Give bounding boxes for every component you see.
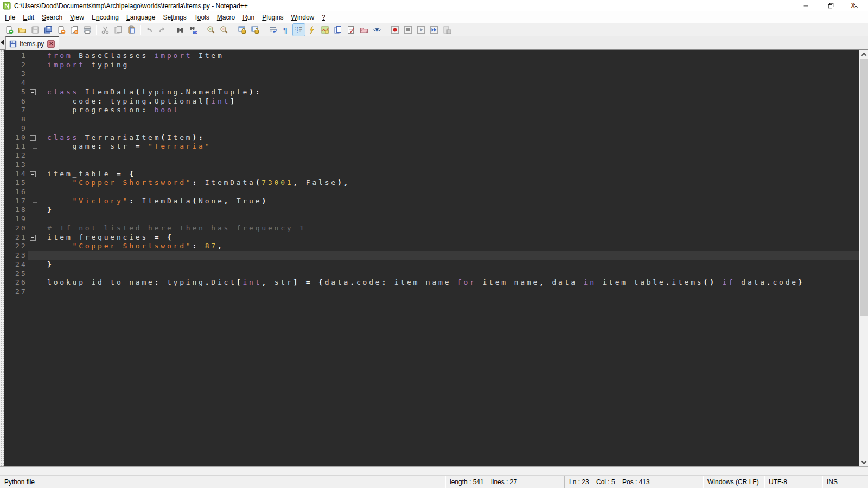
code-line[interactable]: 15 "Copper Shortsword": ItemData(73001, … (4, 178, 859, 188)
find-button[interactable] (174, 24, 186, 36)
line-number[interactable]: 5 (4, 88, 28, 97)
close-file-button[interactable] (55, 24, 67, 36)
line-number[interactable]: 2 (4, 61, 28, 70)
word-wrap-button[interactable] (267, 24, 279, 36)
dock-splitter[interactable] (0, 50, 4, 466)
sync-horizontal-scroll-button[interactable] (249, 24, 261, 36)
menu-item-[interactable]: ? (318, 12, 329, 22)
replace-button[interactable]: ab (187, 24, 199, 36)
function-list-button[interactable] (345, 24, 357, 36)
code-line[interactable]: 23 (4, 251, 859, 260)
print-button[interactable] (81, 24, 93, 36)
restore-button[interactable] (818, 0, 843, 11)
menu-item-settings[interactable]: Settings (159, 12, 190, 22)
line-number[interactable]: 22 (4, 242, 28, 251)
status-cursor-position[interactable]: Ln : 23 Col : 5 Pos : 413 (564, 476, 703, 488)
scroll-up-icon[interactable] (859, 50, 868, 59)
vertical-scrollbar-thumb[interactable] (860, 59, 868, 316)
macro-stop-button[interactable] (402, 24, 414, 36)
close-button[interactable] (843, 0, 868, 11)
code-line[interactable]: 14item_table = { (4, 170, 859, 179)
save-all-button[interactable] (42, 24, 54, 36)
status-doc-type[interactable]: Python file (0, 476, 445, 488)
define-language-button[interactable] (306, 24, 318, 36)
menu-item-edit[interactable]: Edit (19, 12, 38, 22)
close-all-button[interactable] (68, 24, 80, 36)
code-line[interactable]: 7 progression: bool (4, 106, 859, 115)
open-folder-button[interactable] (16, 24, 28, 36)
macro-record-button[interactable] (389, 24, 401, 36)
sync-vertical-scroll-button[interactable] (236, 24, 248, 36)
code-line[interactable]: 8 (4, 115, 859, 124)
line-number[interactable]: 16 (4, 188, 28, 197)
line-number[interactable]: 17 (4, 197, 28, 206)
macro-run-multiple-button[interactable] (428, 24, 440, 36)
line-number[interactable]: 4 (4, 79, 28, 88)
line-number[interactable]: 14 (4, 170, 28, 179)
macro-save-button[interactable] (441, 24, 453, 36)
line-number[interactable]: 8 (4, 115, 28, 124)
paste-button[interactable] (125, 24, 137, 36)
line-number[interactable]: 9 (4, 124, 28, 133)
line-number[interactable]: 15 (4, 178, 28, 188)
macro-play-button[interactable] (415, 24, 427, 36)
code-line[interactable]: 22 "Copper Shortsword": 87, (4, 242, 859, 251)
code-line[interactable]: 6 code: typing.Optional[int] (4, 97, 859, 106)
line-number[interactable]: 6 (4, 97, 28, 106)
code-line[interactable]: 16 (4, 188, 859, 197)
menu-item-encoding[interactable]: Encoding (88, 12, 123, 22)
code-line[interactable]: 10class TerrariaItem(Item): (4, 133, 859, 143)
line-number[interactable]: 12 (4, 151, 28, 160)
document-map-button[interactable] (319, 24, 331, 36)
code-line[interactable]: 2import typing (4, 61, 859, 70)
code-line[interactable]: 20# If not listed here then has frequenc… (4, 224, 859, 233)
code-line[interactable]: 19 (4, 215, 859, 224)
zoom-in-button[interactable] (205, 24, 217, 36)
code-editor[interactable]: 1from BaseClasses import Item2import typ… (4, 50, 859, 466)
scroll-down-icon[interactable] (859, 458, 868, 466)
line-number[interactable]: 7 (4, 106, 28, 115)
code-line[interactable]: 1from BaseClasses import Item (4, 52, 859, 61)
line-number[interactable]: 18 (4, 206, 28, 215)
line-number[interactable]: 23 (4, 251, 28, 260)
code-line[interactable]: 26lookup_id_to_name: typing.Dict[int, st… (4, 278, 859, 287)
code-line[interactable]: 17 "Victory": ItemData(None, True) (4, 197, 859, 206)
line-number[interactable]: 11 (4, 142, 28, 151)
menu-item-search[interactable]: Search (38, 12, 66, 22)
status-eol-format[interactable]: Windows (CR LF) (703, 476, 764, 488)
line-number[interactable]: 19 (4, 215, 28, 224)
document-switcher-button[interactable] (332, 24, 344, 36)
menu-item-view[interactable]: View (66, 12, 88, 22)
line-number[interactable]: 24 (4, 260, 28, 269)
new-file-button[interactable] (3, 24, 15, 36)
code-line[interactable]: 13 (4, 160, 859, 170)
code-line[interactable]: 12 (4, 151, 859, 160)
redo-button[interactable] (156, 24, 168, 36)
show-indent-guide-button[interactable] (293, 24, 305, 36)
horizontal-scrollbar[interactable] (0, 466, 868, 475)
zoom-out-button[interactable] (218, 24, 230, 36)
monitoring-button[interactable] (371, 24, 383, 36)
tab-items-py[interactable]: Items.py✕ (5, 36, 59, 50)
code-line[interactable]: 18} (4, 206, 859, 215)
undo-button[interactable] (143, 24, 155, 36)
line-number[interactable]: 13 (4, 160, 28, 170)
line-number[interactable]: 25 (4, 269, 28, 279)
code-line[interactable]: 5class ItemData(typing.NamedTuple): (4, 88, 859, 97)
code-line[interactable]: 3 (4, 69, 859, 79)
menu-item-plugins[interactable]: Plugins (258, 12, 287, 22)
line-number[interactable]: 20 (4, 224, 28, 233)
menu-item-language[interactable]: Language (123, 12, 159, 22)
menu-item-macro[interactable]: Macro (213, 12, 239, 22)
fold-marker[interactable] (28, 233, 40, 242)
line-number[interactable]: 1 (4, 52, 28, 61)
status-encoding[interactable]: UTF-8 (764, 476, 822, 488)
status-doc-size[interactable]: length : 541 lines : 27 (445, 476, 564, 488)
menu-item-tools[interactable]: Tools (190, 12, 213, 22)
show-all-characters-button[interactable]: ¶ (280, 24, 292, 36)
folder-as-workspace-button[interactable] (358, 24, 370, 36)
minimize-button[interactable] (793, 0, 818, 11)
code-line[interactable]: 21item_frequencies = { (4, 233, 859, 242)
code-line[interactable]: 11 game: str = "Terraria" (4, 142, 859, 151)
status-insert-mode[interactable]: INS (822, 476, 868, 488)
